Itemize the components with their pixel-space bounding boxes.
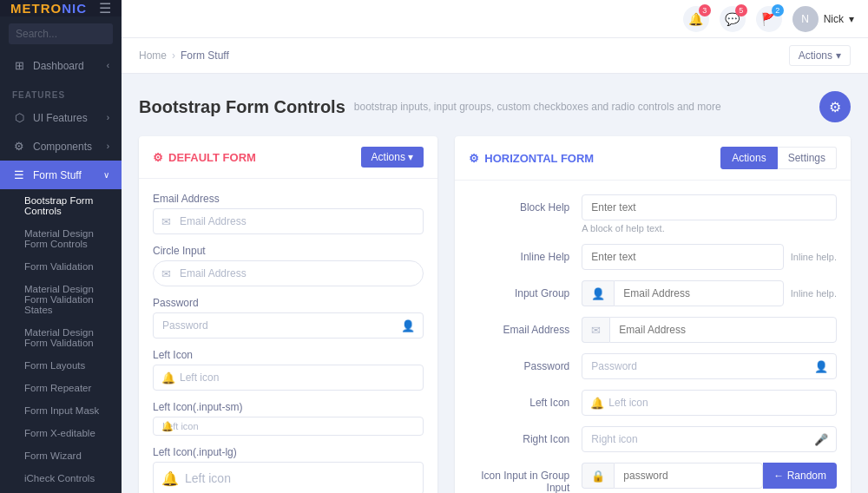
h-email-addon: ✉ (582, 317, 609, 343)
horizontal-form-header: ⚙ HORIZONTAL FORM Actions Settings (455, 136, 851, 181)
sidebar-item-dashboard[interactable]: ⊞ Dashboard ‹ (0, 51, 122, 80)
sidebar-item-label: Form Stuff (33, 169, 82, 181)
default-form-actions-btn[interactable]: Actions ▾ (361, 147, 424, 168)
h-email-group: ✉ (582, 317, 837, 343)
h-icon-group-input[interactable] (614, 463, 763, 489)
h-field-icon-group: Icon Input in Group Input 🔒 ← Random (469, 463, 837, 493)
page-subtitle: bootstrap inputs, input groups, custom c… (354, 101, 721, 113)
form-stuff-icon: ☰ (12, 168, 26, 181)
email-label: Email Address (153, 193, 424, 205)
left-icon-label: Left Icon (153, 349, 424, 361)
user-dropdown-icon: ▾ (849, 13, 854, 25)
block-help-input[interactable] (582, 194, 837, 220)
field-password: Password 👤 (153, 297, 424, 339)
sub-nav-icheck[interactable]: iCheck Controls (0, 467, 122, 490)
sub-nav-bootstrap-form[interactable]: Bootstrap Form Controls (0, 189, 122, 222)
default-form-col: ⚙ DEFAULT FORM Actions ▾ Email Address ✉ (139, 136, 437, 493)
horizontal-settings-btn[interactable]: Settings (778, 147, 837, 169)
h-password-control: 👤 (582, 353, 837, 379)
topbar-user-menu[interactable]: N Nick ▾ (792, 6, 854, 32)
dashboard-icon: ⊞ (12, 59, 26, 72)
input-group-control: 👤 Inline help. (582, 280, 837, 306)
brand-text-highlight: NIC (62, 1, 87, 16)
circle-input[interactable] (153, 260, 424, 286)
sidebar-search-wrap (0, 16, 122, 51)
h-password-input[interactable] (582, 353, 837, 379)
input-group-row: 👤 Inline help. (582, 280, 837, 306)
sidebar-item-ui-features[interactable]: ⬡ UI Features › (0, 103, 122, 132)
subheader: Home › Form Stuff Actions ▾ (122, 38, 868, 74)
inline-help-label: Inline Help (469, 244, 582, 263)
sub-nav-form-layouts[interactable]: Form Layouts (0, 354, 122, 377)
topbar-bell-btn[interactable]: 🔔 3 (683, 6, 709, 32)
h-field-input-group: Input Group 👤 Inline help. (469, 280, 837, 306)
topbar: 🔔 3 💬 5 🚩 2 N Nick ▾ (122, 0, 868, 38)
sidebar-item-label: UI Features (33, 112, 88, 124)
components-icon: ⚙ (12, 140, 26, 153)
sidebar: METRONIC ☰ ⊞ Dashboard ‹ FEATURES ⬡ UI F… (0, 0, 122, 493)
h-right-icon-label: Right Icon (469, 426, 582, 445)
h-left-icon-wrap: 🔔 (582, 390, 837, 416)
ui-features-icon: ⬡ (12, 111, 26, 124)
h-icon-group-addon: 🔒 (582, 463, 614, 489)
sidebar-search-input[interactable] (9, 23, 113, 44)
default-form-header: ⚙ DEFAULT FORM Actions ▾ (139, 136, 437, 179)
breadcrumb-sep: › (172, 49, 175, 62)
sub-nav-form-validation[interactable]: Form Validation (0, 255, 122, 278)
input-group-user-icon: 👤 (591, 287, 605, 300)
block-help-label: Block Help (469, 194, 582, 214)
horizontal-gear-icon: ⚙ (469, 152, 479, 165)
h-left-icon-input[interactable] (582, 390, 837, 416)
h-field-block-help: Block Help A block of help text. (469, 194, 837, 233)
sub-nav-form-repeater[interactable]: Form Repeater (0, 377, 122, 399)
h-right-icon-control: 🎤 (582, 426, 837, 452)
password-label: Password (153, 297, 424, 309)
horizontal-form-col: ⚙ HORIZONTAL FORM Actions Settings Block… (455, 136, 851, 493)
inline-help-text: Inline help. (791, 252, 837, 262)
brand-logo: METRONIC (10, 1, 87, 16)
h-icon-group-wrap: 🔒 ← Random (582, 463, 837, 489)
h-lock-icon: 🔒 (591, 470, 605, 483)
h-field-inline-help: Inline Help Inline help. (469, 244, 837, 270)
sub-nav-material-design-form[interactable]: Material Design Form Controls (0, 222, 122, 255)
sub-nav-form-x-editable[interactable]: Form X-editable (0, 422, 122, 444)
circle-input-label: Circle Input (153, 245, 424, 257)
brand-text-main: METRO (10, 1, 62, 16)
sidebar-item-label: Dashboard (33, 60, 84, 72)
field-left-icon-lg: Left Icon(.input-lg) 🔔 (153, 446, 424, 493)
email-input[interactable] (153, 208, 424, 234)
password-input[interactable] (153, 312, 424, 339)
settings-fab-btn[interactable]: ⚙ (819, 91, 851, 122)
hamburger-icon[interactable]: ☰ (99, 0, 111, 16)
left-icon-input[interactable] (153, 365, 424, 391)
inline-help-row: Inline help. (582, 244, 837, 270)
block-help-control: A block of help text. (582, 194, 837, 233)
sidebar-item-components[interactable]: ⚙ Components › (0, 132, 122, 161)
random-btn[interactable]: ← Random (763, 463, 837, 489)
horizontal-form-title-text: HORIZONTAL FORM (484, 152, 594, 165)
h-right-icon-input[interactable] (582, 426, 837, 452)
inline-help-input[interactable] (582, 244, 783, 270)
circle-input-wrap: ✉ (153, 260, 424, 286)
topbar-chat-btn[interactable]: 💬 5 (720, 6, 746, 32)
h-email-input[interactable] (609, 317, 837, 343)
sidebar-item-form-stuff[interactable]: ☰ Form Stuff ∨ (0, 161, 122, 189)
left-icon-sm-input[interactable] (153, 417, 424, 436)
input-group-input[interactable] (614, 280, 783, 306)
sub-nav-form-wizard[interactable]: Form Wizard (0, 444, 122, 467)
sub-nav-material-validation-states[interactable]: Material Design Form Validation States (0, 278, 122, 321)
sub-nav-form-input-mask[interactable]: Form Input Mask (0, 399, 122, 422)
h-left-icon-label: Left Icon (469, 390, 582, 409)
left-icon-lg-input[interactable] (153, 462, 424, 493)
breadcrumb-home[interactable]: Home (139, 49, 167, 62)
sub-nav-image-cropping[interactable]: Image Cropping (0, 490, 122, 493)
h-email-label: Email Address (469, 317, 582, 336)
subheader-actions-btn[interactable]: Actions ▾ (789, 45, 851, 66)
topbar-flag-btn[interactable]: 🚩 2 (756, 6, 782, 32)
horizontal-form-btn-group: Actions Settings (720, 147, 837, 169)
chevron-icon: › (107, 141, 109, 151)
h-right-icon-wrap: 🎤 (582, 426, 837, 452)
h-icon-group-control: 🔒 ← Random (582, 463, 837, 489)
horizontal-actions-btn[interactable]: Actions (720, 147, 777, 169)
sub-nav-material-validation[interactable]: Material Design Form Validation (0, 321, 122, 354)
